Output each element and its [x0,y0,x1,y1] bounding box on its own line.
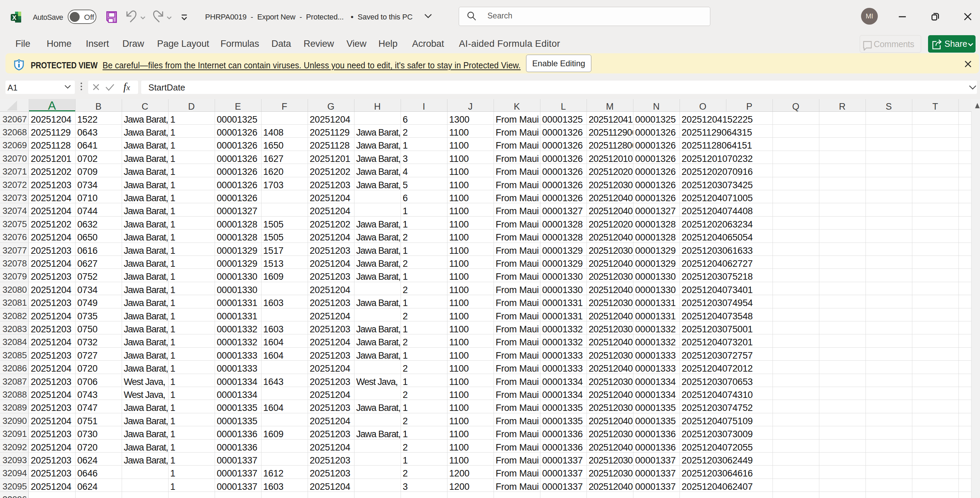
svg-text:X: X [12,14,17,21]
